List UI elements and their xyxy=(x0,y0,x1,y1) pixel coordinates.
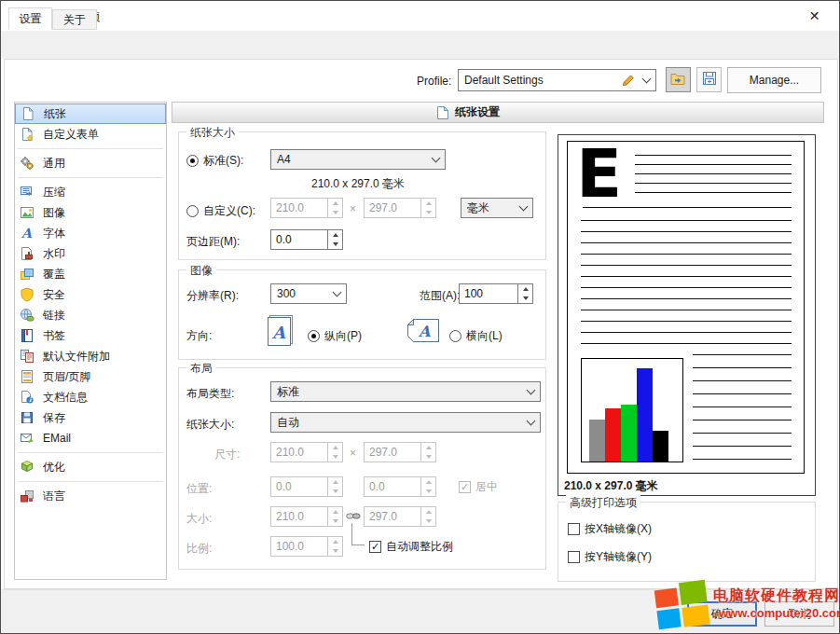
spinner xyxy=(420,443,435,462)
area-input[interactable] xyxy=(460,284,517,303)
profile-combo[interactable]: Default Settings xyxy=(458,69,656,91)
cancel-button[interactable]: 取消 xyxy=(764,601,834,627)
overlay-icon xyxy=(20,267,34,282)
sidebar-item-optimize[interactable]: 优化 xyxy=(15,457,166,477)
chevron-down-icon xyxy=(527,386,536,395)
image-icon xyxy=(20,205,34,220)
radio-icon xyxy=(308,330,320,342)
chevron-down-icon xyxy=(333,288,342,297)
sidebar-item-language[interactable]: 语言 xyxy=(15,486,166,506)
sidebar-item-doc-info[interactable]: i 文档信息 xyxy=(15,387,166,407)
chart-bar-gray xyxy=(589,420,605,462)
sidebar-item-paper[interactable]: 纸张 xyxy=(15,103,166,124)
sidebar-item-security[interactable]: 安全 xyxy=(15,284,166,305)
landscape-radio[interactable]: 横向(L) xyxy=(449,328,503,344)
image-group-title: 图像 xyxy=(186,263,216,279)
standard-radio[interactable]: 标准(S): xyxy=(186,153,243,169)
radio-icon xyxy=(449,330,461,342)
compression-icon xyxy=(20,185,34,200)
resolution-label: 分辨率(R): xyxy=(186,288,239,304)
portrait-radio[interactable]: 纵向(P) xyxy=(308,328,362,344)
scale-input xyxy=(271,537,327,556)
tab-settings[interactable]: 设置 xyxy=(8,7,52,30)
folder-open-icon xyxy=(670,72,686,89)
unit-combo[interactable]: 毫米 xyxy=(461,198,533,218)
sidebar-item-compression[interactable]: 压缩 xyxy=(15,182,166,202)
spinner xyxy=(420,507,435,526)
preview-frame: E 210.0 x 297.0 毫米 xyxy=(558,134,816,496)
resolution-combo[interactable]: 300 xyxy=(270,283,347,304)
chevron-down-icon xyxy=(432,154,441,163)
link-fields-icon xyxy=(346,511,361,524)
layout-type-combo[interactable]: 标准 xyxy=(270,381,541,402)
sidebar-item-default-file-attach[interactable]: 默认文件附加 xyxy=(15,346,166,366)
scale-field xyxy=(270,536,343,557)
sidebar-separator xyxy=(18,148,163,149)
sidebar-item-save[interactable]: 保存 xyxy=(15,407,166,428)
sidebar-item-link[interactable]: 链接 xyxy=(15,305,166,325)
preview-text-line xyxy=(583,207,792,208)
standard-dimensions-text: 210.0 x 297.0 毫米 xyxy=(270,176,446,192)
sidebar-item-watermark[interactable]: 水印 xyxy=(15,243,166,264)
ok-button[interactable]: 确定 xyxy=(687,601,757,627)
spinner[interactable] xyxy=(327,230,342,249)
section-header: 纸张设置 xyxy=(172,102,824,123)
sidebar-item-bookmark[interactable]: 书签 xyxy=(15,325,166,346)
chart-bar-red xyxy=(605,408,621,462)
svg-text:A: A xyxy=(271,323,286,342)
margin-field[interactable] xyxy=(270,229,343,250)
profile-value: Default Settings xyxy=(464,74,622,87)
area-field[interactable] xyxy=(459,283,533,304)
tab-about[interactable]: 关于 xyxy=(52,9,97,30)
spinner xyxy=(420,199,435,217)
scale-label: 比例: xyxy=(186,541,212,557)
spinner xyxy=(327,477,342,496)
manage-button[interactable]: Manage... xyxy=(727,67,821,93)
area-label: 范围(A): xyxy=(420,288,460,304)
standard-size-combo[interactable]: A4 xyxy=(270,149,446,170)
chevron-down-icon xyxy=(519,202,529,212)
dimension-label: 大小: xyxy=(186,511,212,527)
sidebar-item-general[interactable]: 通用 xyxy=(15,153,166,173)
auto-scale-checkbox[interactable]: 自动调整比例 xyxy=(369,539,453,555)
size-height-field xyxy=(364,442,436,462)
mirror-y-checkbox[interactable]: 按Y轴镜像(Y) xyxy=(568,549,652,565)
svg-text:A: A xyxy=(21,226,33,241)
sidebar-item-image[interactable]: 图像 xyxy=(15,202,166,223)
spinner xyxy=(327,537,342,556)
sidebar-item-custom-form[interactable]: 自定义表单 xyxy=(15,124,166,145)
advanced-print-options-group: 高级打印选项 按X轴镜像(X) 按Y轴镜像(Y) xyxy=(558,502,816,582)
sidebar-item-header-footer[interactable]: 页眉/页脚 xyxy=(15,366,166,387)
sidebar-item-overlay[interactable]: 覆盖 xyxy=(15,264,166,284)
position-y-input xyxy=(365,477,420,496)
position-x-input xyxy=(271,477,327,496)
image-group: 图像 分辨率(R): 300 范围(A): 方向: A 纵向(P) A 横向(L… xyxy=(178,269,546,360)
checkbox-icon xyxy=(568,551,580,563)
chart-bar-blue xyxy=(637,368,653,462)
mirror-x-checkbox[interactable]: 按X轴镜像(X) xyxy=(568,521,652,537)
spinner[interactable] xyxy=(517,284,532,303)
spinner xyxy=(327,199,342,217)
pencil-icon xyxy=(622,74,636,87)
save-profile-button[interactable] xyxy=(696,67,722,92)
margin-label: 页边距(M): xyxy=(186,234,240,250)
general-icon xyxy=(20,156,34,171)
floppy-icon xyxy=(702,71,717,89)
custom-width-input xyxy=(271,199,327,217)
file-attach-icon xyxy=(20,349,34,364)
close-button[interactable]: ✕ xyxy=(789,1,840,31)
custom-radio[interactable]: 自定义(C): xyxy=(186,203,255,219)
layout-paper-size-combo[interactable]: 自动 xyxy=(270,412,541,433)
custom-height-input xyxy=(365,199,420,217)
size-width-field xyxy=(270,442,343,462)
margin-input[interactable] xyxy=(271,230,327,249)
sidebar-item-font[interactable]: A 字体 xyxy=(15,223,166,243)
spinner xyxy=(327,443,342,462)
layout-type-label: 布局类型: xyxy=(186,386,234,402)
dimension-height-input xyxy=(365,507,420,526)
load-profile-button[interactable] xyxy=(666,67,691,92)
sidebar-item-email[interactable]: EMail xyxy=(15,428,166,448)
position-label: 位置: xyxy=(186,481,212,497)
size-width-input xyxy=(271,443,327,462)
dimension-width-field xyxy=(270,506,343,527)
